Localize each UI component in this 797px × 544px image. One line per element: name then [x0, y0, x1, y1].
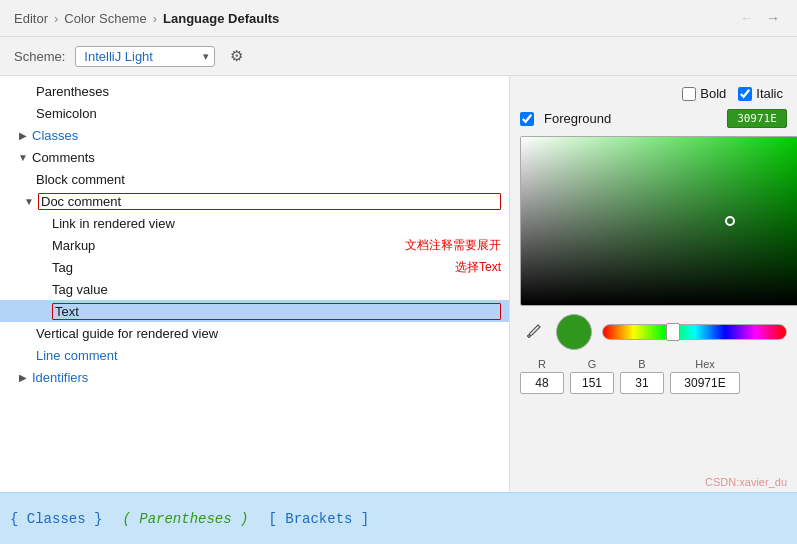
eyedropper-button[interactable]: [520, 319, 546, 345]
g-col: G: [570, 358, 614, 394]
foreground-label: Foreground: [544, 111, 717, 126]
tree-item-identifiers[interactable]: ▶ Identifiers: [0, 366, 509, 388]
tree-toggle-doc-comment[interactable]: ▼: [22, 194, 36, 208]
hue-row: [520, 314, 787, 350]
main-area: Parentheses Semicolon ▶ Classes ▼ Commen…: [0, 76, 797, 492]
strip-brackets: [ Brackets ]: [268, 511, 369, 527]
b-col: B: [620, 358, 664, 394]
bold-checkbox[interactable]: [682, 87, 696, 101]
tree-toggle-identifiers[interactable]: ▶: [16, 370, 30, 384]
scheme-select[interactable]: IntelliJ Light Darcula High contrast: [75, 46, 215, 67]
tag-annotation: 选择Text: [455, 259, 501, 276]
breadcrumb-language-defaults[interactable]: Language Defaults: [163, 11, 279, 26]
hex-col: Hex: [670, 358, 740, 394]
back-button[interactable]: ←: [737, 8, 757, 28]
hue-thumb[interactable]: [666, 323, 680, 341]
r-input[interactable]: [520, 372, 564, 394]
tree-item-vertical-guide[interactable]: Vertical guide for rendered view: [0, 322, 509, 344]
gradient-layer2: [521, 137, 797, 305]
scheme-select-wrapper: IntelliJ Light Darcula High contrast: [75, 46, 215, 67]
tree-item-markup[interactable]: Markup 文档注释需要展开: [0, 234, 509, 256]
tree-toggle-classes[interactable]: ▶: [16, 128, 30, 142]
tree-item-semicolon[interactable]: Semicolon: [0, 102, 509, 124]
strip-parentheses: ( Parentheses ): [122, 511, 248, 527]
gradient-box[interactable]: [520, 136, 797, 306]
rgb-row: R G B Hex: [520, 358, 787, 394]
italic-label[interactable]: Italic: [738, 86, 783, 101]
tree-item-classes[interactable]: ▶ Classes: [0, 124, 509, 146]
right-panel: Bold Italic Foreground 30971E: [510, 76, 797, 492]
markup-annotation: 文档注释需要展开: [405, 237, 501, 254]
foreground-row: Foreground 30971E: [520, 109, 787, 128]
tree-item-tag[interactable]: Tag 选择Text: [0, 256, 509, 278]
tree-item-line-comment[interactable]: Line comment: [0, 344, 509, 366]
breadcrumb-color-scheme[interactable]: Color Scheme: [64, 11, 146, 26]
hex-input[interactable]: [670, 372, 740, 394]
breadcrumb-editor[interactable]: Editor: [14, 11, 48, 26]
tree-item-doc-comment[interactable]: ▼ Doc comment: [0, 190, 509, 212]
color-preview: [556, 314, 592, 350]
color-picker-area: R G B Hex: [520, 136, 787, 394]
italic-text: Italic: [756, 86, 783, 101]
r-label: R: [538, 358, 546, 370]
hue-slider[interactable]: [602, 324, 787, 340]
r-col: R: [520, 358, 564, 394]
breadcrumb-sep-2: ›: [153, 11, 157, 26]
tree-item-block-comment[interactable]: Block comment: [0, 168, 509, 190]
tree-item-link-rendered[interactable]: Link in rendered view: [0, 212, 509, 234]
tree-item-tag-value[interactable]: Tag value: [0, 278, 509, 300]
bottom-strip: { Classes } ( Parentheses ) [ Brackets ]: [0, 492, 797, 544]
tree-item-text[interactable]: Text: [0, 300, 509, 322]
b-input[interactable]: [620, 372, 664, 394]
gear-button[interactable]: ⚙: [225, 45, 247, 67]
header: Editor › Color Scheme › Language Default…: [0, 0, 797, 37]
italic-checkbox[interactable]: [738, 87, 752, 101]
scheme-label: Scheme:: [14, 49, 65, 64]
tree-toggle-comments[interactable]: ▼: [16, 150, 30, 164]
style-row: Bold Italic: [520, 86, 787, 101]
tree-item-parentheses[interactable]: Parentheses: [0, 80, 509, 102]
bold-label[interactable]: Bold: [682, 86, 726, 101]
b-label: B: [638, 358, 645, 370]
tree-panel: Parentheses Semicolon ▶ Classes ▼ Commen…: [0, 76, 510, 492]
g-label: G: [588, 358, 597, 370]
scheme-row: Scheme: IntelliJ Light Darcula High cont…: [0, 37, 797, 76]
g-input[interactable]: [570, 372, 614, 394]
strip-classes: { Classes }: [10, 511, 102, 527]
breadcrumb-sep-1: ›: [54, 11, 58, 26]
foreground-checkbox[interactable]: [520, 112, 534, 126]
bold-text: Bold: [700, 86, 726, 101]
nav-arrows: ← →: [737, 8, 783, 28]
foreground-color-chip[interactable]: 30971E: [727, 109, 787, 128]
hex-label: Hex: [695, 358, 715, 370]
breadcrumb: Editor › Color Scheme › Language Default…: [14, 11, 279, 26]
tree-item-comments[interactable]: ▼ Comments: [0, 146, 509, 168]
forward-button[interactable]: →: [763, 8, 783, 28]
